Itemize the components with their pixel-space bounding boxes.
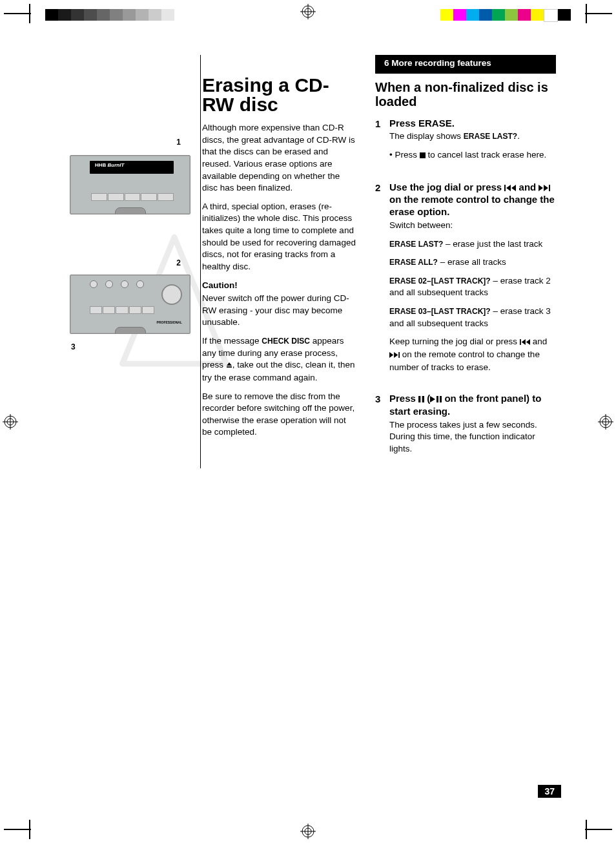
- device-pro-label: PROFESSIONAL: [157, 320, 182, 324]
- caution-text: If the message CHECK DISC appears any ti…: [202, 335, 357, 384]
- svg-rect-19: [420, 152, 426, 158]
- text: The display shows: [389, 131, 464, 141]
- knob-icon: [105, 280, 113, 288]
- prev-track-icon: [504, 182, 516, 194]
- step-title: Use the jog dial or press and on the rem…: [389, 182, 556, 218]
- crop-mark: [586, 820, 587, 839]
- next-track-icon: [389, 349, 400, 362]
- device-button: [125, 193, 141, 201]
- disc-tray-icon: [115, 327, 146, 334]
- disc-tray-icon: [115, 207, 146, 214]
- svg-marker-23: [539, 185, 543, 191]
- svg-rect-32: [418, 396, 420, 402]
- main-heading: Erasing a CD-RW disc: [202, 76, 357, 114]
- step-number: 3: [375, 393, 383, 461]
- eject-icon: [226, 360, 232, 372]
- text: and: [516, 182, 539, 193]
- svg-marker-27: [522, 339, 526, 345]
- callout-3: 3: [71, 342, 76, 351]
- pause-icon: [418, 393, 424, 406]
- display-message: ERASE ALL?: [389, 258, 438, 267]
- play-pause-icon: [430, 393, 442, 406]
- text: – erase all tracks: [438, 257, 506, 267]
- bullet-item: Press to cancel last track erase here.: [389, 149, 556, 162]
- jog-dial-icon: [161, 284, 182, 305]
- step-number: 2: [375, 182, 383, 380]
- svg-marker-34: [430, 396, 435, 402]
- text: Press: [395, 150, 419, 160]
- device-sub: BurnIT: [108, 162, 125, 168]
- device-button: [108, 193, 124, 201]
- stop-icon: [420, 150, 426, 162]
- text: and: [530, 337, 547, 346]
- device-brand: HHB: [95, 162, 106, 168]
- svg-rect-20: [504, 185, 506, 191]
- device-illustration-1: HHB BurnIT: [70, 155, 190, 214]
- body-text: Although more expensive than CD-R discs,…: [202, 122, 357, 194]
- svg-marker-29: [389, 352, 393, 358]
- device-button: [90, 306, 102, 314]
- crop-mark: [4, 829, 31, 830]
- registration-mark-icon: [300, 4, 316, 19]
- text: on the remote control to change the numb…: [389, 349, 540, 372]
- text: .: [517, 131, 520, 141]
- knob-icon: [136, 280, 144, 288]
- step-number: 1: [375, 118, 383, 169]
- text: to cancel last track erase here.: [426, 150, 547, 160]
- svg-marker-17: [227, 362, 232, 366]
- text: on the remote control to change the eras…: [389, 194, 555, 217]
- device-button: [141, 193, 157, 201]
- crop-mark: [585, 13, 612, 14]
- step-2: 2 Use the jog dial or press and on the r…: [375, 182, 556, 387]
- text: – erase just the last track: [443, 239, 542, 249]
- step-text: The process takes just a few seconds. Du…: [389, 419, 556, 455]
- step-title: Press ERASE.: [389, 118, 556, 130]
- callout-2: 2: [176, 258, 181, 267]
- text: If the message: [202, 336, 262, 346]
- prev-track-icon: [520, 337, 530, 349]
- display-message: CHECK DISC: [262, 337, 310, 346]
- erase-option: ERASE ALL? – erase all tracks: [389, 256, 556, 269]
- crop-mark: [29, 4, 30, 23]
- svg-marker-24: [544, 185, 548, 191]
- erase-option: ERASE 02–[LAST TRACK]? – erase track 2 a…: [389, 275, 556, 299]
- crop-mark: [586, 4, 587, 23]
- body-text: A third, special option, erases (re-init…: [202, 201, 357, 273]
- sub-heading: When a non-finalized disc is loaded: [375, 80, 556, 109]
- step-text: Switch between:: [389, 220, 556, 232]
- column-divider: [200, 55, 201, 468]
- erase-option: ERASE 03–[LAST TRACK]? – erase track 3 a…: [389, 306, 556, 329]
- svg-rect-26: [520, 339, 521, 345]
- knob-icon: [121, 280, 128, 288]
- display-message: ERASE LAST?: [464, 132, 517, 141]
- text: Use the jog dial or press: [389, 182, 504, 193]
- svg-rect-18: [227, 366, 232, 368]
- step-title: Press ( on the front panel) to start era…: [389, 393, 556, 418]
- device-illustration-2: PROFESSIONAL: [70, 275, 190, 334]
- knob-icon: [90, 280, 98, 288]
- svg-rect-25: [549, 185, 550, 191]
- registration-mark-icon: [3, 414, 18, 430]
- device-button: [103, 306, 115, 314]
- page-number: 37: [538, 785, 561, 798]
- crop-mark: [585, 829, 612, 830]
- registration-mark-icon: [598, 414, 613, 430]
- crop-mark: [4, 13, 31, 14]
- callout-1: 1: [176, 138, 181, 147]
- color-bar: [440, 9, 571, 21]
- registration-mark-icon: [300, 824, 316, 839]
- step-1: 1 Press ERASE. The display shows ERASE L…: [375, 118, 556, 175]
- caution-text: Never switch off the power during CD-RW …: [202, 293, 357, 329]
- crop-mark: [29, 820, 30, 839]
- caution-text: Be sure to remove the disc from the reco…: [202, 391, 357, 439]
- text: Press: [389, 393, 418, 404]
- display-message: ERASE LAST?: [389, 240, 443, 249]
- svg-marker-30: [394, 352, 398, 358]
- device-button: [129, 306, 141, 314]
- grayscale-bar: [45, 9, 174, 21]
- text: Keep turning the jog dial or press: [389, 337, 520, 346]
- device-button: [142, 306, 154, 314]
- column-steps: 6 More recording features When a non-fin…: [375, 55, 556, 798]
- next-track-icon: [539, 182, 550, 194]
- display-message: ERASE 02–[LAST TRACK]?: [389, 276, 491, 286]
